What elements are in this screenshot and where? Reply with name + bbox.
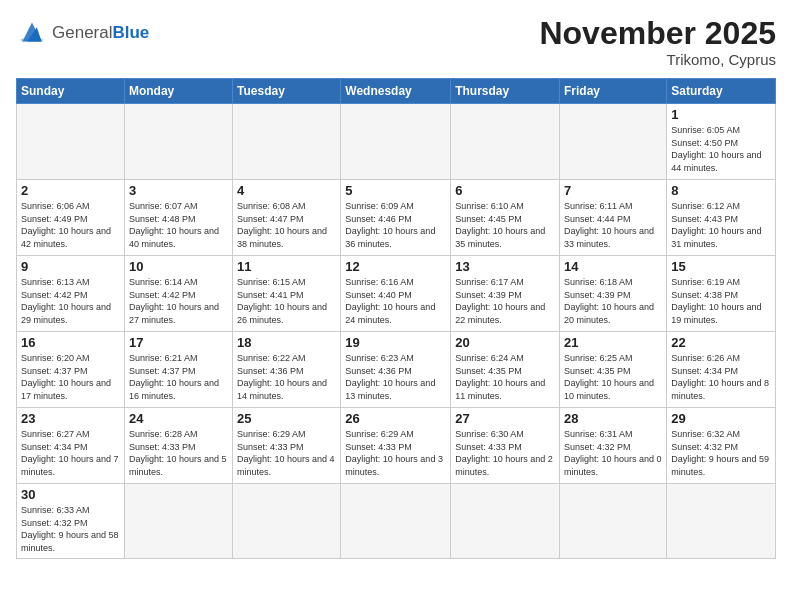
- calendar-cell: 18Sunrise: 6:22 AM Sunset: 4:36 PM Dayli…: [233, 332, 341, 408]
- day-info: Sunrise: 6:31 AM Sunset: 4:32 PM Dayligh…: [564, 428, 662, 478]
- day-info: Sunrise: 6:21 AM Sunset: 4:37 PM Dayligh…: [129, 352, 228, 402]
- calendar-cell: 1Sunrise: 6:05 AM Sunset: 4:50 PM Daylig…: [667, 104, 776, 180]
- calendar-cell: 6Sunrise: 6:10 AM Sunset: 4:45 PM Daylig…: [451, 180, 560, 256]
- calendar-cell: [560, 484, 667, 558]
- calendar-cell: 13Sunrise: 6:17 AM Sunset: 4:39 PM Dayli…: [451, 256, 560, 332]
- calendar-cell: 11Sunrise: 6:15 AM Sunset: 4:41 PM Dayli…: [233, 256, 341, 332]
- day-number: 19: [345, 335, 446, 350]
- day-number: 26: [345, 411, 446, 426]
- calendar-header-tuesday: Tuesday: [233, 79, 341, 104]
- calendar-cell: 14Sunrise: 6:18 AM Sunset: 4:39 PM Dayli…: [560, 256, 667, 332]
- day-number: 27: [455, 411, 555, 426]
- calendar-cell: [233, 104, 341, 180]
- calendar-cell: 30Sunrise: 6:33 AM Sunset: 4:32 PM Dayli…: [17, 484, 125, 558]
- day-number: 9: [21, 259, 120, 274]
- day-info: Sunrise: 6:12 AM Sunset: 4:43 PM Dayligh…: [671, 200, 771, 250]
- logo-general: General: [52, 23, 112, 42]
- calendar-cell: [124, 104, 232, 180]
- day-number: 30: [21, 487, 120, 502]
- day-info: Sunrise: 6:20 AM Sunset: 4:37 PM Dayligh…: [21, 352, 120, 402]
- day-info: Sunrise: 6:26 AM Sunset: 4:34 PM Dayligh…: [671, 352, 771, 402]
- day-number: 21: [564, 335, 662, 350]
- day-number: 7: [564, 183, 662, 198]
- calendar-header-sunday: Sunday: [17, 79, 125, 104]
- day-number: 4: [237, 183, 336, 198]
- calendar-cell: [560, 104, 667, 180]
- logo-blue: Blue: [112, 23, 149, 42]
- calendar-cell: 8Sunrise: 6:12 AM Sunset: 4:43 PM Daylig…: [667, 180, 776, 256]
- day-info: Sunrise: 6:29 AM Sunset: 4:33 PM Dayligh…: [237, 428, 336, 478]
- calendar-cell: 21Sunrise: 6:25 AM Sunset: 4:35 PM Dayli…: [560, 332, 667, 408]
- day-number: 20: [455, 335, 555, 350]
- day-number: 22: [671, 335, 771, 350]
- day-number: 16: [21, 335, 120, 350]
- day-number: 2: [21, 183, 120, 198]
- day-info: Sunrise: 6:06 AM Sunset: 4:49 PM Dayligh…: [21, 200, 120, 250]
- day-info: Sunrise: 6:11 AM Sunset: 4:44 PM Dayligh…: [564, 200, 662, 250]
- calendar-cell: 25Sunrise: 6:29 AM Sunset: 4:33 PM Dayli…: [233, 408, 341, 484]
- day-info: Sunrise: 6:22 AM Sunset: 4:36 PM Dayligh…: [237, 352, 336, 402]
- calendar-cell: 12Sunrise: 6:16 AM Sunset: 4:40 PM Dayli…: [341, 256, 451, 332]
- day-info: Sunrise: 6:27 AM Sunset: 4:34 PM Dayligh…: [21, 428, 120, 478]
- calendar-cell: 28Sunrise: 6:31 AM Sunset: 4:32 PM Dayli…: [560, 408, 667, 484]
- day-info: Sunrise: 6:09 AM Sunset: 4:46 PM Dayligh…: [345, 200, 446, 250]
- month-title: November 2025: [539, 16, 776, 51]
- calendar-cell: 3Sunrise: 6:07 AM Sunset: 4:48 PM Daylig…: [124, 180, 232, 256]
- calendar-week-3: 16Sunrise: 6:20 AM Sunset: 4:37 PM Dayli…: [17, 332, 776, 408]
- calendar-header-saturday: Saturday: [667, 79, 776, 104]
- calendar-cell: 7Sunrise: 6:11 AM Sunset: 4:44 PM Daylig…: [560, 180, 667, 256]
- calendar-week-2: 9Sunrise: 6:13 AM Sunset: 4:42 PM Daylig…: [17, 256, 776, 332]
- day-info: Sunrise: 6:17 AM Sunset: 4:39 PM Dayligh…: [455, 276, 555, 326]
- svg-rect-2: [21, 38, 43, 41]
- day-number: 6: [455, 183, 555, 198]
- day-number: 14: [564, 259, 662, 274]
- title-block: November 2025 Trikomo, Cyprus: [539, 16, 776, 68]
- calendar-header-wednesday: Wednesday: [341, 79, 451, 104]
- calendar-cell: [233, 484, 341, 558]
- calendar-cell: [451, 104, 560, 180]
- calendar-cell: [341, 104, 451, 180]
- day-info: Sunrise: 6:19 AM Sunset: 4:38 PM Dayligh…: [671, 276, 771, 326]
- calendar-header-thursday: Thursday: [451, 79, 560, 104]
- calendar-cell: 2Sunrise: 6:06 AM Sunset: 4:49 PM Daylig…: [17, 180, 125, 256]
- day-info: Sunrise: 6:32 AM Sunset: 4:32 PM Dayligh…: [671, 428, 771, 478]
- day-number: 15: [671, 259, 771, 274]
- header: GeneralBlue November 2025 Trikomo, Cypru…: [16, 16, 776, 68]
- calendar-cell: 5Sunrise: 6:09 AM Sunset: 4:46 PM Daylig…: [341, 180, 451, 256]
- calendar-cell: 29Sunrise: 6:32 AM Sunset: 4:32 PM Dayli…: [667, 408, 776, 484]
- calendar-cell: 26Sunrise: 6:29 AM Sunset: 4:33 PM Dayli…: [341, 408, 451, 484]
- calendar-cell: [667, 484, 776, 558]
- day-info: Sunrise: 6:29 AM Sunset: 4:33 PM Dayligh…: [345, 428, 446, 478]
- day-info: Sunrise: 6:18 AM Sunset: 4:39 PM Dayligh…: [564, 276, 662, 326]
- calendar-header-friday: Friday: [560, 79, 667, 104]
- calendar-table: SundayMondayTuesdayWednesdayThursdayFrid…: [16, 78, 776, 558]
- day-info: Sunrise: 6:16 AM Sunset: 4:40 PM Dayligh…: [345, 276, 446, 326]
- day-number: 18: [237, 335, 336, 350]
- calendar-week-1: 2Sunrise: 6:06 AM Sunset: 4:49 PM Daylig…: [17, 180, 776, 256]
- calendar-cell: 4Sunrise: 6:08 AM Sunset: 4:47 PM Daylig…: [233, 180, 341, 256]
- calendar-cell: 9Sunrise: 6:13 AM Sunset: 4:42 PM Daylig…: [17, 256, 125, 332]
- calendar-cell: 16Sunrise: 6:20 AM Sunset: 4:37 PM Dayli…: [17, 332, 125, 408]
- calendar-cell: 10Sunrise: 6:14 AM Sunset: 4:42 PM Dayli…: [124, 256, 232, 332]
- day-number: 12: [345, 259, 446, 274]
- location-title: Trikomo, Cyprus: [539, 51, 776, 68]
- day-number: 11: [237, 259, 336, 274]
- day-number: 25: [237, 411, 336, 426]
- calendar-cell: 27Sunrise: 6:30 AM Sunset: 4:33 PM Dayli…: [451, 408, 560, 484]
- calendar-cell: 23Sunrise: 6:27 AM Sunset: 4:34 PM Dayli…: [17, 408, 125, 484]
- day-number: 3: [129, 183, 228, 198]
- calendar-cell: [451, 484, 560, 558]
- logo-icon: [16, 16, 48, 48]
- day-info: Sunrise: 6:13 AM Sunset: 4:42 PM Dayligh…: [21, 276, 120, 326]
- day-info: Sunrise: 6:23 AM Sunset: 4:36 PM Dayligh…: [345, 352, 446, 402]
- day-number: 5: [345, 183, 446, 198]
- calendar-week-4: 23Sunrise: 6:27 AM Sunset: 4:34 PM Dayli…: [17, 408, 776, 484]
- logo: GeneralBlue: [16, 16, 149, 48]
- calendar-cell: [341, 484, 451, 558]
- day-info: Sunrise: 6:14 AM Sunset: 4:42 PM Dayligh…: [129, 276, 228, 326]
- day-info: Sunrise: 6:24 AM Sunset: 4:35 PM Dayligh…: [455, 352, 555, 402]
- calendar-cell: 19Sunrise: 6:23 AM Sunset: 4:36 PM Dayli…: [341, 332, 451, 408]
- calendar-cell: 17Sunrise: 6:21 AM Sunset: 4:37 PM Dayli…: [124, 332, 232, 408]
- day-info: Sunrise: 6:10 AM Sunset: 4:45 PM Dayligh…: [455, 200, 555, 250]
- calendar-cell: 24Sunrise: 6:28 AM Sunset: 4:33 PM Dayli…: [124, 408, 232, 484]
